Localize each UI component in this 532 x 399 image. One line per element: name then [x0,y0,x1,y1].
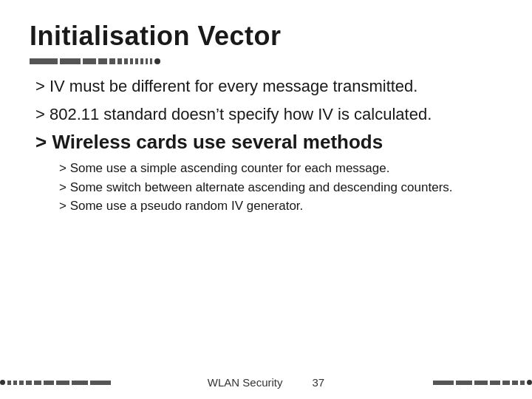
bullet-1-text: > IV must be different for every message… [35,77,417,95]
footer-left-divider [0,380,190,385]
footer: WLAN Security 37 [0,376,532,389]
slide: Initialisation Vector > IV must be diffe… [0,0,532,399]
bullet-2-text: > 802.11 standard doesn’t specify how IV… [35,105,432,123]
sub-bullet-3: > Some use a pseudo random IV generator. [56,198,502,215]
sub-bullet-2-text: > Some switch between alternate ascendin… [59,180,453,194]
bullet-3: > Wireless cards use several methods [30,131,502,154]
top-divider [30,58,502,65]
sub-bullet-1: > Some use a simple ascending counter fo… [56,160,502,177]
sub-bullet-2: > Some switch between alternate ascendin… [56,180,502,197]
footer-inner: WLAN Security 37 [0,376,532,389]
sub-bullet-1-text: > Some use a simple ascending counter fo… [59,161,389,175]
bullet-2: > 802.11 standard doesn’t specify how IV… [30,103,502,126]
footer-page: 37 [301,376,337,389]
footer-label: WLAN Security [196,376,295,389]
slide-title: Initialisation Vector [30,21,502,52]
sub-bullets: > Some use a simple ascending counter fo… [56,160,502,216]
bullet-3-text: > Wireless cards use several methods [35,131,383,153]
sub-bullet-3-text: > Some use a pseudo random IV generator. [59,199,303,213]
footer-right-divider [342,380,532,385]
content-area: > IV must be different for every message… [30,75,502,384]
bullet-1: > IV must be different for every message… [30,75,502,98]
